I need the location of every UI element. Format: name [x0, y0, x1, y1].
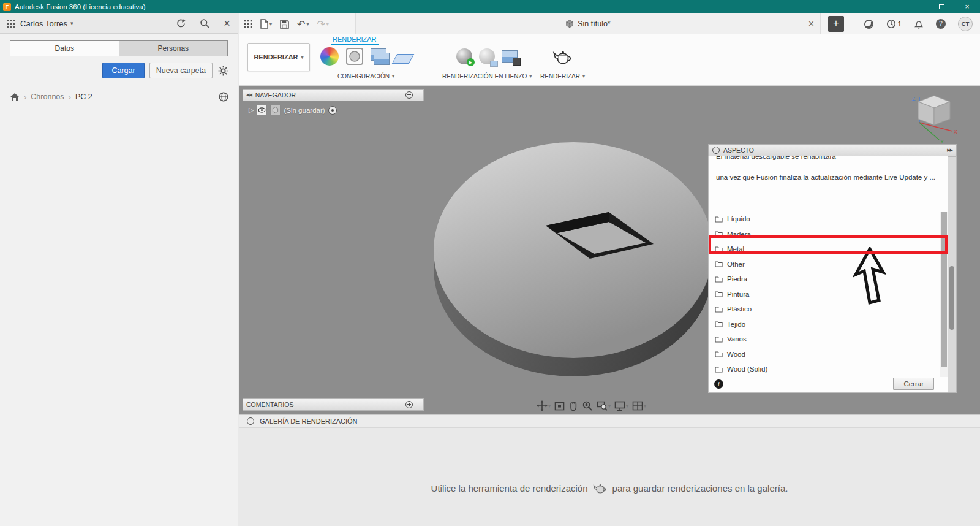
collapse-left-icon[interactable]: ◀◀ [246, 93, 252, 97]
team-name[interactable]: Carlos Torres [20, 19, 67, 28]
browser-root-row[interactable]: ▷ (Sin guardar) [249, 105, 337, 115]
add-comment-icon[interactable] [405, 401, 413, 408]
scrollbar-thumb[interactable] [941, 212, 947, 367]
file-menu[interactable]: ▾ [260, 19, 272, 29]
group-label-configuracion[interactable]: CONFIGURACIÓN▾ [337, 73, 394, 80]
grid-viewports-tool[interactable]: ▾ [632, 401, 646, 411]
navigator-panel-bar[interactable]: ◀◀ NAVEGADOR [243, 89, 424, 101]
visibility-box[interactable] [257, 105, 267, 115]
close-tab-icon[interactable]: × [809, 18, 814, 29]
folder-icon [715, 351, 723, 357]
close-icon[interactable]: × [954, 0, 980, 13]
pan-tool[interactable] [568, 400, 578, 411]
new-tab-button[interactable]: + [828, 16, 844, 32]
group-label-lienzo[interactable]: RENDERIZACIÓN EN LIENZO▾ [442, 73, 532, 80]
folder-item-wood[interactable]: Wood [709, 347, 948, 362]
settings-gear-icon[interactable] [217, 65, 229, 77]
folder-icon [715, 306, 723, 313]
collapse-circle-icon[interactable] [712, 147, 720, 154]
decal-icon[interactable] [371, 48, 388, 64]
panel-grip-icon[interactable] [416, 401, 420, 408]
comments-panel-bar[interactable]: COMENTARIOS [243, 398, 424, 411]
document-tab[interactable]: Sin título* × [355, 13, 821, 34]
folder-item-pintura[interactable]: Pintura [709, 287, 948, 302]
folder-item-liquido[interactable]: Líquido [709, 212, 948, 227]
redo-icon: ↷ [317, 18, 325, 30]
info-icon[interactable]: i [714, 379, 723, 389]
fit-tool[interactable]: ▾ [597, 400, 611, 411]
breadcrumb: › Chronnos › PC 2 [10, 91, 229, 102]
app-grid-icon[interactable] [7, 20, 15, 28]
folder-item-other[interactable]: Other [709, 257, 948, 272]
orbit-tool[interactable]: ▾ [537, 400, 551, 411]
capture-image-icon[interactable] [502, 50, 518, 63]
refresh-icon[interactable] [176, 18, 186, 29]
folder-item-piedra[interactable]: Piedra [709, 272, 948, 287]
dialog-scrollbar[interactable] [940, 212, 948, 377]
workspace-switcher-label: RENDERIZAR [254, 53, 298, 61]
notifications-bell-icon[interactable] [914, 19, 924, 29]
tab-datos[interactable]: Datos [10, 40, 119, 56]
collapse-circle-icon[interactable] [405, 91, 413, 99]
minimize-icon[interactable]: – [903, 0, 929, 13]
upload-button[interactable]: Cargar [102, 63, 144, 78]
look-at-icon [554, 402, 565, 411]
group-label-renderizar[interactable]: RENDERIZAR▾ [540, 73, 585, 80]
job-status-button[interactable]: 1 [886, 19, 902, 29]
folder-item-madera[interactable]: Madera [709, 227, 948, 242]
user-avatar[interactable]: CT [958, 17, 973, 31]
activate-radio-icon[interactable] [328, 106, 337, 115]
panel-grip-icon[interactable] [416, 91, 420, 99]
cerrar-button[interactable]: Cerrar [893, 378, 934, 390]
collapse-circle-icon[interactable] [247, 417, 254, 425]
aspecto-header[interactable]: ASPECTO ▶▶ [708, 144, 957, 156]
data-panel-tabs: Datos Personas [10, 40, 228, 56]
folder-item-varios[interactable]: Varios [709, 332, 948, 347]
scene-settings-icon[interactable] [345, 47, 364, 66]
appearance-icon[interactable] [320, 47, 339, 66]
zoom-tool[interactable] [582, 400, 593, 411]
teapot-icon[interactable] [552, 48, 573, 65]
chevron-down-icon[interactable]: ▾ [70, 20, 74, 26]
save-icon[interactable] [280, 20, 289, 29]
folder-item-plastico[interactable]: Plástico [709, 302, 948, 317]
web-globe-icon[interactable] [218, 91, 229, 102]
in-canvas-render-icon[interactable]: ▶ [456, 48, 472, 64]
display-settings-icon [614, 401, 625, 411]
breadcrumb-item-pc2[interactable]: PC 2 [75, 93, 92, 101]
home-icon[interactable] [10, 93, 20, 102]
dock-right-icon[interactable]: ▶▶ [947, 148, 952, 153]
gallery-hint-suffix: para guardar renderizaciones en la galer… [612, 483, 788, 494]
search-icon[interactable] [200, 18, 210, 29]
workspace-switcher-button[interactable]: RENDERIZAR ▾ [247, 43, 310, 71]
breadcrumb-item-chronnos[interactable]: Chronnos [31, 93, 64, 101]
viewcube[interactable]: Z X Y [910, 91, 961, 145]
help-icon[interactable]: ? [936, 19, 946, 29]
gallery-panel-bar[interactable]: GALERÍA DE RENDERIZACIÓN [239, 414, 980, 428]
group-renderizar: RENDERIZAR▾ [540, 42, 585, 80]
gallery-body: Utilice la herramienta de renderización … [239, 428, 980, 526]
texture-map-icon[interactable] [392, 54, 415, 64]
viewport[interactable]: Z X Y ◀◀ NAVEGADOR ▷ (Sin guardar) [239, 86, 980, 414]
browser-root-label[interactable]: (Sin guardar) [284, 107, 325, 114]
new-folder-button[interactable]: Nueva carpeta [149, 63, 213, 78]
redo-button[interactable]: ↷▾ [317, 18, 328, 30]
look-at-tool[interactable] [554, 402, 565, 411]
folder-item-wood-solid[interactable]: Wood (Solid) [709, 362, 948, 377]
gutter-scrollbar-thumb[interactable] [949, 266, 954, 330]
tab-personas[interactable]: Personas [119, 40, 228, 56]
in-canvas-render-settings-icon[interactable] [479, 48, 495, 64]
expand-triangle-icon[interactable]: ▷ [249, 106, 254, 114]
display-settings-tool[interactable]: ▾ [614, 401, 628, 411]
dialog-side-gutter[interactable] [948, 156, 957, 393]
document-node-box[interactable] [270, 105, 281, 115]
folder-item-metal[interactable]: Metal [709, 242, 948, 257]
folder-item-tejido[interactable]: Tejido [709, 317, 948, 332]
chevron-down-icon: ▾ [548, 403, 551, 409]
maximize-icon[interactable] [929, 0, 954, 13]
close-panel-icon[interactable]: × [224, 18, 230, 28]
show-data-panel-icon[interactable] [244, 20, 252, 28]
undo-button[interactable]: ↶▾ [297, 18, 309, 30]
chevron-down-icon: ▾ [582, 74, 585, 79]
status-circle-icon[interactable] [864, 19, 874, 29]
